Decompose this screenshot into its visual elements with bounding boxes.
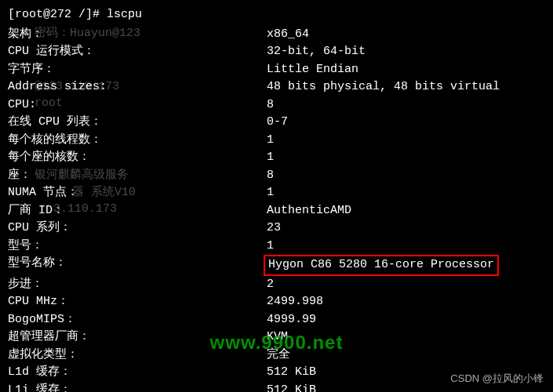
output-row: 字节序：Little Endian [8,61,545,79]
output-label: CPU 运行模式： [8,43,267,61]
highlighted-value: Hygon C86 5280 16-core Processor [264,255,499,276]
output-label: CPU 系列： [8,220,267,238]
output-row: 每个核的线程数：1 [8,132,545,150]
output-value: 23 [267,220,545,238]
output-row: NUMA 节点：1 [8,184,545,202]
output-label: Address sizes: [8,78,267,96]
output-value: 2 [267,276,545,294]
output-row: 座：8 [8,167,545,185]
output-value: x86_64 [267,26,545,44]
output-label: 座： [8,167,267,185]
output-value: 8 [267,167,545,185]
watermark-url: www.9900.net [210,328,344,357]
output-row: CPU 系列：23 [8,220,545,238]
output-row: 在线 CPU 列表：0-7 [8,114,545,132]
output-row: 每个座的核数：1 [8,149,545,167]
output-value: 1 [267,238,545,256]
output-label: CPU MHz： [8,293,267,311]
output-label: 型号名称： [8,255,267,276]
output-value: 32-bit, 64-bit [267,43,545,61]
output-value: 2499.998 [267,293,545,311]
output-label: 步进： [8,276,267,294]
output-row: CPU 运行模式：32-bit, 64-bit [8,43,545,61]
output-label: 厂商 ID： [8,202,267,220]
watermark-csdn: CSDN @拉风的小锋 [450,371,544,387]
output-row: 型号名称：Hygon C86 5280 16-core Processor [8,255,545,276]
output-value: AuthenticAMD [267,202,545,220]
output-value: 8 [267,96,545,114]
output-label: 每个核的线程数： [8,132,267,150]
output-value: 4999.99 [267,311,545,329]
output-row: Address sizes:48 bits physical, 48 bits … [8,78,545,96]
output-value: 48 bits physical, 48 bits virtual [267,78,545,96]
output-label: 架构： [8,26,267,44]
output-label: 字节序： [8,61,267,79]
output-value: 1 [267,184,545,202]
output-value: 0-7 [267,114,545,132]
output-label: L1d 缓存： [8,364,267,382]
output-row: CPU:8 [8,96,545,114]
output-row: 步进：2 [8,276,545,294]
output-label: 型号： [8,238,267,256]
output-value: 1 [267,149,545,167]
output-row: 架构：x86_64 [8,26,545,44]
output-row: CPU MHz：2499.998 [8,293,545,311]
output-row: BogoMIPS：4999.99 [8,311,545,329]
output-label: CPU: [8,96,267,114]
output-row: 型号：1 [8,238,545,256]
output-value: Hygon C86 5280 16-core Processor [267,255,545,276]
output-label: BogoMIPS： [8,311,267,329]
output-label: 在线 CPU 列表： [8,114,267,132]
output-value: 1 [267,132,545,150]
command-prompt: [root@272 /]# lscpu [8,6,545,24]
output-label: 每个座的核数： [8,149,267,167]
output-row: 厂商 ID：AuthenticAMD [8,202,545,220]
output-label: NUMA 节点： [8,184,267,202]
output-label: L1i 缓存： [8,382,267,393]
output-value: Little Endian [267,61,545,79]
